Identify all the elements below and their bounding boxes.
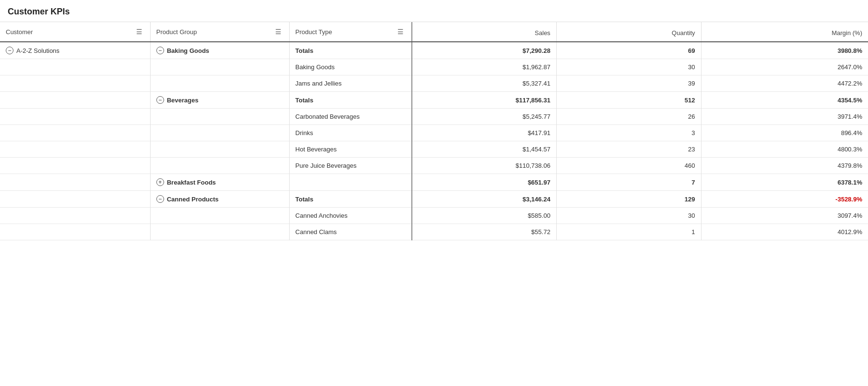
col-header-sales: Sales xyxy=(412,22,557,42)
collapse-icon[interactable]: − xyxy=(6,47,13,54)
cell-product-group: −Baking Goods xyxy=(150,42,289,59)
cell-customer xyxy=(0,141,150,158)
customer-name: A-2-Z Solutions xyxy=(16,47,60,54)
cell-product-type: Carbonated Beverages xyxy=(289,109,411,125)
table-row: Drinks$417.913896.4% xyxy=(0,125,868,141)
cell-quantity: 30 xyxy=(556,208,701,224)
cell-quantity: 7 xyxy=(556,174,701,191)
product-type-menu-icon[interactable]: ☰ xyxy=(396,27,406,37)
col-header-product-type[interactable]: Product Type ☰ xyxy=(289,22,411,42)
customer-menu-icon[interactable]: ☰ xyxy=(134,27,144,37)
cell-margin: 2647.0% xyxy=(701,59,868,75)
cell-product-group xyxy=(150,208,289,224)
cell-customer xyxy=(0,125,150,141)
cell-product-group: +Breakfast Foods xyxy=(150,174,289,191)
cell-sales: $55.72 xyxy=(412,224,557,240)
cell-customer xyxy=(0,224,150,240)
cell-product-group: −Beverages xyxy=(150,92,289,109)
collapse-pg-icon[interactable]: − xyxy=(156,195,164,203)
collapse-pg-icon[interactable]: − xyxy=(156,47,164,54)
col-header-customer[interactable]: Customer ☰ xyxy=(0,22,150,42)
cell-customer xyxy=(0,92,150,109)
cell-product-type: Canned Clams xyxy=(289,224,411,240)
col-header-product-group[interactable]: Product Group ☰ xyxy=(150,22,289,42)
cell-product-group xyxy=(150,75,289,92)
table-row: Jams and Jellies$5,327.41394472.2% xyxy=(0,75,868,92)
cell-quantity: 26 xyxy=(556,109,701,125)
table-row: Hot Beverages$1,454.57234800.3% xyxy=(0,141,868,158)
cell-margin: 896.4% xyxy=(701,125,868,141)
cell-product-type: Totals xyxy=(289,42,411,59)
cell-product-group xyxy=(150,224,289,240)
cell-quantity: 30 xyxy=(556,59,701,75)
cell-customer xyxy=(0,59,150,75)
cell-quantity: 512 xyxy=(556,92,701,109)
cell-customer xyxy=(0,109,150,125)
cell-customer xyxy=(0,158,150,174)
cell-product-type: Totals xyxy=(289,191,411,208)
expand-pg-icon[interactable]: + xyxy=(156,178,164,186)
product-group-name: Baking Goods xyxy=(167,47,209,54)
cell-margin: -3528.9% xyxy=(701,191,868,208)
cell-sales: $5,245.77 xyxy=(412,109,557,125)
cell-customer: −A-2-Z Solutions xyxy=(0,42,150,59)
cell-margin: 3097.4% xyxy=(701,208,868,224)
cell-sales: $110,738.06 xyxy=(412,158,557,174)
cell-sales: $3,146.24 xyxy=(412,191,557,208)
cell-sales: $1,454.57 xyxy=(412,141,557,158)
table-row: Pure Juice Beverages$110,738.064604379.8… xyxy=(0,158,868,174)
cell-sales: $7,290.28 xyxy=(412,42,557,59)
cell-product-type: Hot Beverages xyxy=(289,141,411,158)
cell-product-type xyxy=(289,174,411,191)
cell-customer xyxy=(0,75,150,92)
cell-product-type: Jams and Jellies xyxy=(289,75,411,92)
cell-sales: $417.91 xyxy=(412,125,557,141)
table-row: +Breakfast Foods$651.9776378.1% xyxy=(0,174,868,191)
cell-product-type: Drinks xyxy=(289,125,411,141)
cell-product-group xyxy=(150,59,289,75)
col-header-quantity: Quantity xyxy=(556,22,701,42)
col-header-margin: Margin (%) xyxy=(701,22,868,42)
cell-customer xyxy=(0,191,150,208)
cell-product-group xyxy=(150,141,289,158)
cell-product-group xyxy=(150,109,289,125)
table-row: −BeveragesTotals$117,856.315124354.5% xyxy=(0,92,868,109)
table-row: Carbonated Beverages$5,245.77263971.4% xyxy=(0,109,868,125)
table-row: Canned Clams$55.7214012.9% xyxy=(0,224,868,240)
cell-sales: $5,327.41 xyxy=(412,75,557,92)
cell-margin: 6378.1% xyxy=(701,174,868,191)
cell-quantity: 460 xyxy=(556,158,701,174)
cell-margin: 4354.5% xyxy=(701,92,868,109)
collapse-pg-icon[interactable]: − xyxy=(156,96,164,104)
cell-quantity: 39 xyxy=(556,75,701,92)
cell-margin: 4379.8% xyxy=(701,158,868,174)
cell-quantity: 129 xyxy=(556,191,701,208)
cell-product-group xyxy=(150,125,289,141)
product-group-name: Breakfast Foods xyxy=(167,179,216,186)
table-row: −Canned ProductsTotals$3,146.24129-3528.… xyxy=(0,191,868,208)
cell-sales: $117,856.31 xyxy=(412,92,557,109)
table-row: Baking Goods$1,962.87302647.0% xyxy=(0,59,868,75)
cell-margin: 4472.2% xyxy=(701,75,868,92)
cell-customer xyxy=(0,174,150,191)
product-group-name: Canned Products xyxy=(167,196,219,203)
cell-margin: 4800.3% xyxy=(701,141,868,158)
cell-product-type: Canned Anchovies xyxy=(289,208,411,224)
cell-product-type: Totals xyxy=(289,92,411,109)
cell-sales: $1,962.87 xyxy=(412,59,557,75)
table-row: −A-2-Z Solutions−Baking GoodsTotals$7,29… xyxy=(0,42,868,59)
cell-quantity: 23 xyxy=(556,141,701,158)
cell-margin: 3971.4% xyxy=(701,109,868,125)
page-title: Customer KPIs xyxy=(0,0,868,22)
cell-product-type: Baking Goods xyxy=(289,59,411,75)
cell-quantity: 69 xyxy=(556,42,701,59)
cell-margin: 3980.8% xyxy=(701,42,868,59)
cell-product-group xyxy=(150,158,289,174)
cell-product-group: −Canned Products xyxy=(150,191,289,208)
cell-product-type: Pure Juice Beverages xyxy=(289,158,411,174)
product-group-menu-icon[interactable]: ☰ xyxy=(273,27,283,37)
cell-customer xyxy=(0,208,150,224)
table-row: Canned Anchovies$585.00303097.4% xyxy=(0,208,868,224)
cell-margin: 4012.9% xyxy=(701,224,868,240)
data-table: Customer ☰ Product Group ☰ Product Type … xyxy=(0,22,868,240)
